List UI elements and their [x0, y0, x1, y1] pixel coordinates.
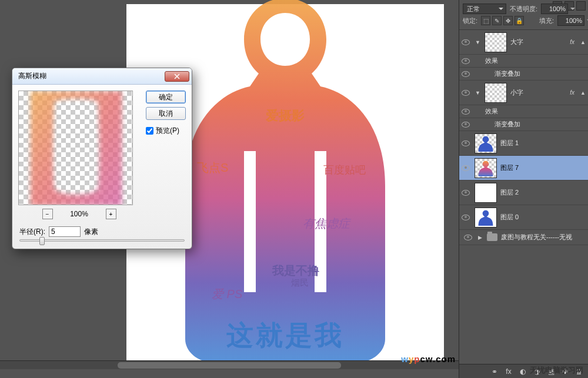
cancel-button[interactable]: 取消 [146, 107, 186, 120]
layer-row[interactable]: ▼ 大字 fx ▲ [459, 30, 588, 55]
layers-list: ▼ 大字 fx ▲ 效果 渐变叠加 ▼ 小字 fx ▲ 效果 [459, 30, 588, 364]
visibility-toggle[interactable] [462, 141, 470, 146]
layer-name[interactable]: 图层 1 [500, 139, 586, 148]
layer-mask-icon[interactable]: ◐ [517, 366, 528, 377]
dialog-titlebar[interactable]: 高斯模糊 [12, 68, 192, 85]
overlay-text-3: 有焦虑症 [303, 216, 350, 232]
main-headline: 这就是我 [226, 317, 344, 354]
visibility-toggle[interactable] [462, 122, 470, 128]
layer-name[interactable]: 图层 0 [500, 213, 586, 222]
layer-row[interactable]: ▼ 小字 fx ▲ [459, 81, 588, 105]
horizontal-scrollbar[interactable] [0, 360, 459, 369]
visibility-toggle[interactable] [462, 165, 470, 171]
lock-label: 锁定: [463, 16, 477, 25]
layer-thumbnail[interactable] [485, 83, 507, 103]
fill-value[interactable]: 100% [557, 15, 584, 26]
fx-expand[interactable]: ▲ [580, 39, 586, 45]
layer-thumbnail[interactable] [485, 32, 507, 52]
overlay-text-1: 爱摄影 [266, 107, 305, 125]
visibility-toggle[interactable] [462, 190, 470, 196]
fx-badge: fx [570, 39, 576, 45]
close-button[interactable] [165, 71, 189, 82]
lock-transparency-icon[interactable]: ⬚ [481, 16, 490, 25]
overlay-text-4: 我是不撸 [272, 263, 319, 279]
overlay-text-7: 飞点S [197, 160, 228, 176]
layer-name[interactable]: 图层 7 [500, 163, 586, 172]
overlay-text-6: 爱 PS [212, 286, 242, 302]
zoom-in-button[interactable]: + [106, 209, 116, 219]
zoom-value: 100% [66, 210, 93, 218]
thumb-figure-icon [476, 209, 495, 226]
gaussian-blur-dialog: 高斯模糊 − 10 [12, 68, 192, 249]
overlay-text-2: 百度贴吧 [323, 163, 366, 177]
ok-button[interactable]: 确定 [146, 91, 186, 103]
fill-label: 填充: [539, 16, 554, 25]
preview-content [19, 91, 133, 205]
visibility-toggle[interactable] [462, 58, 470, 64]
effect-gradient-overlay: 渐变叠加 [495, 69, 520, 78]
layer-name[interactable]: 图层 2 [500, 188, 586, 197]
layer-effect-row[interactable]: 效果 [459, 55, 588, 68]
layer-effect-row[interactable]: 效果 [459, 105, 588, 118]
visibility-toggle[interactable] [462, 90, 470, 96]
layer-row-selected[interactable]: 图层 7 [459, 156, 588, 180]
layer-thumbnail[interactable] [475, 133, 497, 153]
lock-paint-icon[interactable]: ✎ [492, 16, 502, 25]
expand-toggle[interactable]: ▶ [477, 234, 483, 240]
preview-checkbox[interactable] [146, 127, 153, 135]
radius-slider[interactable] [19, 239, 185, 242]
layer-row[interactable]: 图层 2 [459, 180, 588, 205]
expand-toggle[interactable]: ▼ [475, 89, 481, 96]
preview-checkbox-label: 预览(P) [156, 126, 179, 136]
layers-panel: 正常 不透明度: 100% 锁定: ⬚ ✎ ✥ 🔒 填充: 100% ▼ 大字 … [459, 0, 588, 378]
effects-label: 效果 [485, 107, 498, 116]
layer-thumbnail[interactable] [475, 158, 497, 178]
effects-label: 效果 [485, 56, 498, 65]
link-layers-icon[interactable]: ⚭ [489, 366, 500, 377]
layer-row[interactable]: 图层 1 [459, 131, 588, 156]
watermark-url: wypcw.com [401, 354, 456, 364]
layer-name[interactable]: 大字 [510, 38, 566, 46]
visibility-toggle[interactable] [462, 109, 470, 115]
scrollbar-thumb[interactable] [118, 362, 341, 369]
dialog-title: 高斯模糊 [18, 71, 46, 81]
visibility-toggle[interactable] [462, 215, 470, 220]
layer-thumbnail[interactable] [475, 208, 497, 228]
radius-slider-thumb[interactable] [39, 237, 45, 245]
zoom-out-button[interactable]: − [42, 209, 53, 219]
opacity-value[interactable]: 100% [541, 4, 568, 14]
radius-label: 半径(R): [19, 227, 45, 237]
layer-effect-item[interactable]: 渐变叠加 [459, 118, 588, 131]
layer-name[interactable]: 小字 [510, 88, 566, 97]
visibility-toggle[interactable] [464, 235, 472, 240]
preview-checkbox-row[interactable]: 预览(P) [146, 126, 186, 136]
layer-style-icon[interactable]: fx [503, 366, 514, 377]
layer-thumbnail[interactable] [475, 183, 497, 203]
opacity-label: 不透明度: [510, 5, 537, 14]
fx-expand[interactable]: ▲ [580, 90, 586, 96]
figure-silhouette [173, 0, 397, 363]
fx-badge: fx [570, 89, 576, 96]
layer-effect-item[interactable]: 渐变叠加 [459, 68, 588, 81]
blend-mode-dropdown[interactable]: 正常 [463, 4, 506, 14]
radius-unit: 像素 [84, 227, 98, 237]
folder-icon [487, 233, 497, 241]
thumb-figure-icon [476, 135, 495, 152]
overlay-text-5: 烟民 [291, 277, 309, 289]
visibility-toggle[interactable] [462, 39, 470, 45]
radius-input[interactable] [49, 226, 81, 237]
group-name[interactable]: 废图与教程无关------无视 [501, 233, 588, 242]
visibility-toggle[interactable] [462, 71, 470, 77]
preview-box[interactable] [18, 91, 133, 205]
layer-row[interactable]: 图层 0 [459, 205, 588, 230]
layer-group-row[interactable]: ▶ 废图与教程无关------无视 [459, 230, 588, 245]
watermark-text: 无忧电脑学习网 [530, 365, 583, 376]
lock-position-icon[interactable]: ✥ [503, 16, 513, 25]
expand-toggle[interactable]: ▼ [475, 39, 481, 45]
effect-gradient-overlay: 渐变叠加 [495, 120, 520, 129]
close-icon [174, 73, 180, 79]
panel-icon-3[interactable] [576, 1, 586, 11]
lock-all-icon[interactable]: 🔒 [514, 16, 524, 25]
thumb-figure-icon [476, 160, 495, 176]
